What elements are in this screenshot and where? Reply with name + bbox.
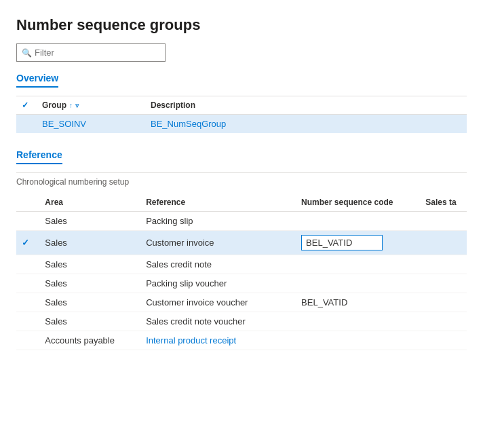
ref-row-numseq — [296, 212, 420, 231]
ref-row-numseq — [296, 255, 420, 274]
ref-col-reference: Reference — [140, 193, 296, 212]
ref-link[interactable]: Internal product receipt — [146, 335, 236, 346]
overview-tab[interactable]: Overview — [16, 73, 467, 96]
ref-table-row[interactable]: ✓SalesCustomer invoice — [16, 231, 467, 255]
ref-row-area: Sales — [39, 293, 140, 312]
ref-row-check — [16, 293, 39, 312]
ref-row-check — [16, 312, 39, 331]
ref-row-check — [16, 274, 39, 293]
ref-row-check — [16, 331, 39, 350]
ref-row-salesta — [420, 293, 467, 312]
ref-row-area: Sales — [39, 255, 140, 274]
reference-tab[interactable]: Reference — [16, 149, 467, 172]
ref-table-row[interactable]: SalesSales credit note voucher — [16, 312, 467, 331]
ref-row-reference: Sales credit note — [140, 255, 296, 274]
checkmark-icon: ✓ — [22, 238, 29, 248]
ref-col-area: Area — [39, 193, 140, 212]
filter-input[interactable] — [16, 43, 166, 62]
ref-table-row[interactable]: SalesSales credit note — [16, 255, 467, 274]
overview-col-description: Description — [145, 96, 467, 115]
overview-tab-label: Overview — [16, 73, 58, 88]
ref-row-reference: Packing slip — [140, 212, 296, 231]
reference-sublabel: Chronological numbering setup — [16, 177, 467, 187]
ref-col-check — [16, 193, 39, 212]
ref-row-salesta — [420, 331, 467, 350]
ref-row-salesta — [420, 231, 467, 255]
ref-row-numseq — [296, 274, 420, 293]
ref-row-area: Sales — [39, 312, 140, 331]
ref-row-reference[interactable]: Internal product receipt — [140, 331, 296, 350]
ref-row-numseq — [296, 331, 420, 350]
ref-col-salesta: Sales ta — [420, 193, 467, 212]
reference-tab-label: Reference — [16, 149, 62, 164]
search-icon: 🔍 — [22, 48, 32, 58]
ref-row-area: Sales — [39, 231, 140, 255]
overview-col-check: ✓ — [16, 96, 37, 115]
ref-row-numseq — [296, 312, 420, 331]
ref-table-row[interactable]: SalesCustomer invoice voucherBEL_VATID — [16, 293, 467, 312]
ref-row-reference: Customer invoice — [140, 231, 296, 255]
overview-row-check — [16, 115, 37, 134]
sort-icon: ↑ — [69, 102, 73, 109]
ref-row-area: Accounts payable — [39, 331, 140, 350]
filter-input-wrap: 🔍 — [16, 43, 166, 62]
ref-col-numseq: Number sequence code — [296, 193, 420, 212]
ref-table-row[interactable]: SalesPacking slip — [16, 212, 467, 231]
ref-row-area: Sales — [39, 212, 140, 231]
ref-table-row[interactable]: Accounts payableInternal product receipt — [16, 331, 467, 350]
overview-col-group: Group ↑ ▿ — [37, 96, 145, 115]
reference-table: Area Reference Number sequence code Sale… — [16, 193, 467, 350]
ref-row-reference: Sales credit note voucher — [140, 312, 296, 331]
ref-row-salesta — [420, 312, 467, 331]
overview-row-group: BE_SOINV — [37, 115, 145, 134]
ref-table-row[interactable]: SalesPacking slip voucher — [16, 274, 467, 293]
ref-row-check: ✓ — [16, 231, 39, 255]
page-container: Number sequence groups 🔍 Overview ✓ Grou… — [0, 0, 483, 448]
ref-row-reference: Customer invoice voucher — [140, 293, 296, 312]
ref-row-check — [16, 255, 39, 274]
overview-row-description: BE_NumSeqGroup — [145, 115, 467, 134]
overview-table: ✓ Group ↑ ▿ Description BE_SOINV BE_NumS… — [16, 96, 467, 133]
ref-row-reference: Packing slip voucher — [140, 274, 296, 293]
overview-table-row[interactable]: BE_SOINV BE_NumSeqGroup — [16, 115, 467, 134]
ref-row-numseq[interactable] — [296, 231, 420, 255]
ref-row-numseq: BEL_VATID — [296, 293, 420, 312]
ref-row-salesta — [420, 255, 467, 274]
page-title: Number sequence groups — [16, 16, 467, 34]
reference-section: Reference Chronological numbering setup … — [16, 149, 467, 350]
ref-row-check — [16, 212, 39, 231]
reference-divider — [16, 172, 467, 173]
filter-icon: ▿ — [75, 102, 79, 109]
ref-row-salesta — [420, 212, 467, 231]
numseq-input[interactable] — [301, 235, 383, 250]
ref-row-area: Sales — [39, 274, 140, 293]
ref-row-salesta — [420, 274, 467, 293]
